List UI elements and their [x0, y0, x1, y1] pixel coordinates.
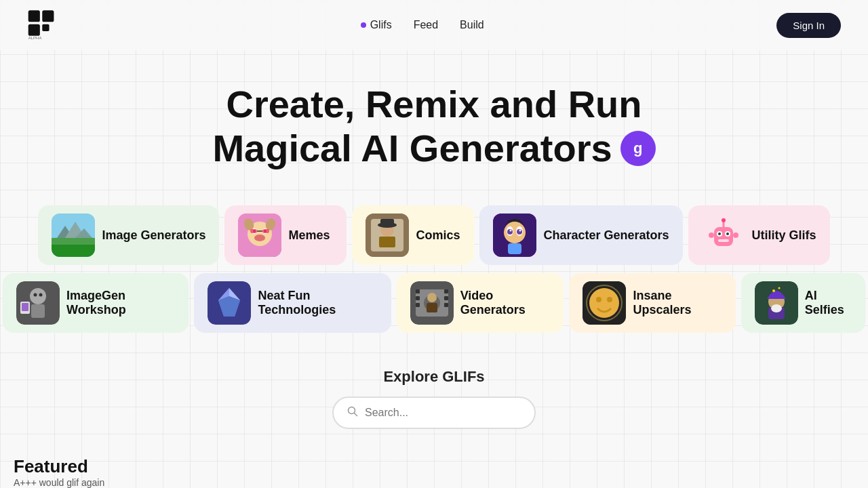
svg-rect-67 [416, 296, 420, 300]
featured-title: Featured [14, 456, 854, 477]
svg-rect-37 [508, 243, 521, 254]
explore-section: Explore GLIFs [0, 346, 868, 440]
svg-point-50 [30, 288, 46, 304]
comics-label: Comics [416, 228, 460, 243]
category-image-generators[interactable]: Image Generators [38, 205, 219, 265]
hero-section: Create, Remix and Run Magical AI Generat… [0, 50, 868, 192]
svg-rect-69 [444, 289, 448, 293]
svg-point-46 [722, 218, 726, 222]
video-generators-thumb [410, 281, 454, 325]
category-imagegen-workshop[interactable]: ImageGen Workshop [3, 273, 189, 333]
utility-glifs-label: Utility Glifs [752, 228, 816, 243]
hero-line2: Magical AI Generators g [14, 126, 854, 170]
svg-rect-55 [22, 303, 28, 311]
svg-point-51 [34, 293, 37, 297]
svg-rect-71 [444, 303, 448, 307]
svg-rect-68 [416, 303, 420, 307]
svg-rect-65 [427, 303, 437, 312]
nav-center: Glifs Feed Build [361, 19, 484, 31]
ai-selfies-thumb [755, 281, 798, 325]
utility-glifs-thumb [702, 214, 745, 257]
svg-rect-7 [52, 238, 95, 245]
svg-point-82 [778, 287, 780, 289]
category-row-1: Image Generators [0, 203, 868, 268]
svg-point-73 [589, 288, 619, 318]
featured-header: Featured A+++ would glif again [0, 456, 868, 488]
svg-point-43 [726, 232, 729, 235]
category-insane-upscalers[interactable]: Insane Upscalers [569, 273, 735, 333]
image-generators-thumb [52, 214, 95, 257]
category-utility-glifs[interactable]: Utility Glifs [688, 205, 830, 265]
insane-upscalers-thumb [583, 281, 626, 325]
nav-glifs[interactable]: Glifs [361, 19, 392, 31]
nav-feed[interactable]: Feed [414, 19, 438, 31]
svg-rect-1 [42, 10, 54, 22]
svg-rect-2 [28, 24, 40, 36]
nav-build[interactable]: Build [460, 19, 484, 31]
svg-rect-48 [733, 232, 738, 238]
svg-point-80 [771, 304, 782, 312]
svg-point-36 [519, 230, 521, 232]
svg-point-81 [772, 289, 775, 292]
g-badge: g [620, 131, 656, 166]
video-generators-label: Video Generators [460, 289, 551, 317]
category-character-generators[interactable]: Character Generators [479, 205, 682, 265]
logo[interactable]: ALPHA [27, 8, 68, 42]
svg-rect-47 [709, 232, 714, 238]
comics-thumb [366, 214, 409, 257]
svg-rect-0 [28, 10, 40, 22]
category-ai-selfies[interactable]: AI Selfies [741, 273, 865, 333]
category-comics[interactable]: Comics [352, 205, 474, 265]
memes-thumb [238, 214, 281, 257]
search-input[interactable] [365, 407, 521, 419]
hero-line1: Create, Remix and Run [14, 83, 854, 126]
search-icon [347, 406, 358, 420]
search-container [14, 396, 854, 429]
svg-rect-39 [714, 227, 733, 246]
navbar: ALPHA Glifs Feed Build Sign In [0, 0, 868, 50]
svg-rect-20 [250, 229, 257, 233]
insane-upscalers-label: Insane Upscalers [633, 289, 722, 317]
neat-fun-thumb [208, 281, 251, 325]
svg-text:ALPHA: ALPHA [28, 36, 42, 40]
explore-title: Explore GLIFs [14, 368, 854, 386]
svg-point-17 [254, 235, 265, 241]
category-video-generators[interactable]: Video Generators [397, 273, 564, 333]
svg-rect-3 [42, 24, 49, 31]
svg-point-74 [596, 297, 601, 302]
imagegen-workshop-thumb [16, 281, 60, 325]
svg-point-75 [607, 297, 612, 302]
featured-section: Featured A+++ would glif again [0, 440, 868, 488]
image-generators-label: Image Generators [102, 228, 205, 243]
svg-rect-28 [380, 219, 394, 226]
svg-point-64 [427, 293, 437, 302]
character-generators-label: Character Generators [543, 228, 669, 243]
search-box [332, 396, 536, 429]
svg-line-84 [355, 413, 357, 416]
svg-rect-26 [379, 237, 395, 247]
neat-fun-label: Neat Fun Technologies [258, 289, 377, 317]
category-row-2: ImageGen Workshop Neat Fun Technologies [0, 270, 868, 336]
svg-rect-44 [718, 239, 729, 242]
featured-subtitle: A+++ would glif again [14, 477, 854, 488]
svg-point-35 [510, 230, 512, 232]
glifs-dot-icon [361, 22, 366, 28]
ai-selfies-label: AI Selfies [805, 289, 852, 317]
categories-section: Image Generators [0, 192, 868, 346]
svg-rect-66 [416, 289, 420, 293]
imagegen-workshop-label: ImageGen Workshop [66, 289, 175, 317]
svg-rect-53 [31, 304, 45, 318]
svg-point-42 [718, 232, 721, 235]
svg-rect-70 [444, 296, 448, 300]
memes-label: Memes [288, 228, 330, 243]
category-neat-fun[interactable]: Neat Fun Technologies [194, 273, 391, 333]
svg-rect-21 [262, 229, 269, 233]
svg-point-52 [39, 293, 43, 297]
character-generators-thumb [493, 214, 536, 257]
category-memes[interactable]: Memes [224, 205, 347, 265]
sign-in-button[interactable]: Sign In [776, 13, 841, 38]
